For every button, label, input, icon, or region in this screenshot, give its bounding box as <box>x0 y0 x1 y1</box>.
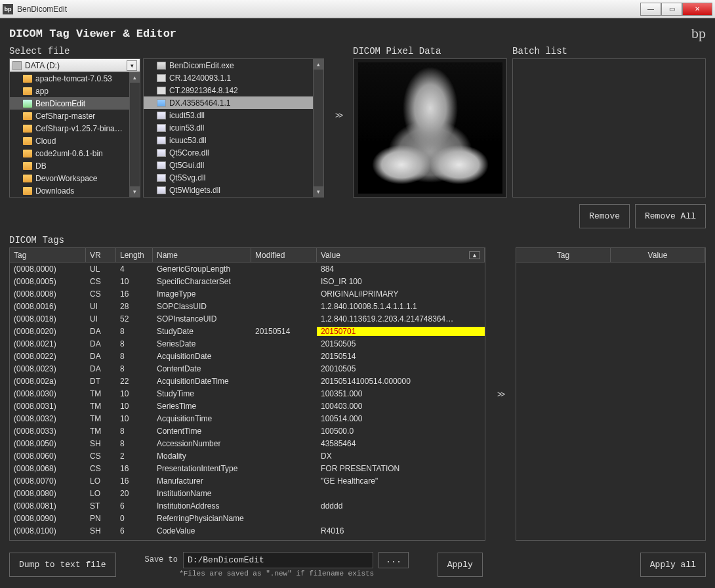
col-length[interactable]: Length <box>116 248 153 262</box>
file-item[interactable]: BenDicomEdit.exe <box>144 59 323 72</box>
cell-value[interactable]: R4016 <box>317 526 485 536</box>
table-row[interactable]: (0008,0033)TM8ContentTime100500.0 <box>10 425 485 437</box>
table-row[interactable]: (0008,0032)TM10AcquisitionTime100514.000 <box>10 412 485 425</box>
table-row[interactable]: (0008,0081)ST6InstitutionAddressddddd <box>10 499 485 512</box>
cell-value[interactable]: FOR PRESENTATION <box>317 464 485 473</box>
col-vr[interactable]: VR <box>86 248 116 262</box>
col-modified[interactable]: Modified <box>251 248 317 262</box>
table-row[interactable]: (0008,0068)CS16PresentationIntentTypeFOR… <box>10 462 485 474</box>
table-row[interactable]: (0008,0008)CS16ImageTypeORIGINAL#PRIMARY <box>10 287 485 300</box>
cell-value[interactable]: CTTS(Colon Transient Time Study) <box>317 539 485 541</box>
file-list-panel[interactable]: BenDicomEdit.exeCR.14240093.1.1CT.289213… <box>143 58 324 198</box>
cell-value[interactable]: DX <box>317 452 485 461</box>
cell-value[interactable]: 884 <box>317 264 485 274</box>
cell-value[interactable]: 20150701 <box>317 327 485 336</box>
file-item[interactable]: CR.14240093.1.1 <box>144 72 323 84</box>
file-item[interactable]: Qt5Svg.dll <box>144 171 323 184</box>
tree-item[interactable]: Downloads <box>10 184 140 197</box>
table-row[interactable]: (0008,0023)DA8ContentDate20010505 <box>10 362 485 375</box>
apply-all-button[interactable]: Apply all <box>640 553 706 577</box>
dump-button[interactable]: Dump to text file <box>9 553 116 577</box>
save-path-input[interactable] <box>183 552 373 568</box>
table-row[interactable]: (0008,0022)DA8AcquisitionDate20150514 <box>10 350 485 362</box>
cell-value[interactable]: 20150505 <box>317 339 485 348</box>
add-to-pixel-button[interactable]: >> <box>329 46 348 185</box>
table-row[interactable]: (0008,002a)DT22AcquisitionDateTime201505… <box>10 375 485 387</box>
drive-selector[interactable]: DATA (D:) ▾ <box>10 59 140 72</box>
table-row[interactable]: (0008,0000)UL4GenericGroupLength884 <box>10 262 485 275</box>
tree-item[interactable]: app <box>10 85 140 97</box>
cell-value[interactable]: 20010505 <box>317 364 485 373</box>
cell-value[interactable]: 20150514 <box>317 352 485 361</box>
file-item[interactable]: Qt5Core.dll <box>144 146 323 159</box>
table-row[interactable]: (0008,0005)CS10SpecificCharacterSetISO_I… <box>10 275 485 287</box>
file-item[interactable]: Qt5Widgets.dll <box>144 184 323 196</box>
col-value[interactable]: Value ▲ <box>317 248 485 262</box>
cell-value[interactable]: 100403.000 <box>317 402 485 411</box>
maximize-button[interactable]: ▭ <box>661 3 682 16</box>
close-button[interactable]: ✕ <box>682 3 712 16</box>
cell-value[interactable]: 100514.000 <box>317 414 485 423</box>
tree-item[interactable]: DB <box>10 159 140 172</box>
drive-dropdown-icon[interactable]: ▾ <box>127 60 137 71</box>
folder-tree[interactable]: DATA (D:) ▾ apache-tomcat-7.0.53appBenDi… <box>9 58 140 198</box>
col-tag[interactable]: Tag <box>10 248 86 262</box>
cell-vr: PN <box>86 514 116 523</box>
file-item[interactable]: Qt5Gui.dll <box>144 159 323 171</box>
file-item[interactable]: icuuc53.dll <box>144 134 323 146</box>
file-item[interactable]: icuin53.dll <box>144 121 323 134</box>
apply-button[interactable]: Apply <box>438 553 483 577</box>
cell-value[interactable]: ddddd <box>317 501 485 511</box>
batch-list[interactable] <box>512 58 706 198</box>
cell-value[interactable]: 43585464 <box>317 439 485 448</box>
table-row[interactable]: (0008,0100)SH6CodeValueR4016 <box>10 524 485 537</box>
table-row[interactable]: (0008,0020)DA8StudyDate2015051420150701 <box>10 325 485 337</box>
tree-scrollbar[interactable]: ▴▾ <box>129 72 140 197</box>
table-row[interactable]: (0008,0060)CS2ModalityDX <box>10 450 485 462</box>
cell-value[interactable]: "GE Healthcare" <box>317 476 485 486</box>
table-row[interactable]: (0008,0050)SH8AccessionNumber43585464 <box>10 437 485 450</box>
table-row[interactable]: (0008,0031)TM10SeriesTime100403.000 <box>10 400 485 412</box>
add-to-batch-button[interactable]: >> <box>491 247 510 541</box>
tree-item[interactable]: code2uml-0.6.1-bin <box>10 147 140 159</box>
table-row[interactable]: (0008,0090)PN0ReferringPhysicianName <box>10 512 485 524</box>
tree-item[interactable]: BenDicomEdit <box>10 97 140 110</box>
tree-item[interactable]: CefSharp-master <box>10 110 140 122</box>
sort-icon[interactable]: ▲ <box>469 251 480 259</box>
browse-button[interactable]: ... <box>378 552 409 568</box>
tree-item[interactable]: apache-tomcat-7.0.53 <box>10 72 140 85</box>
cell-value[interactable]: ISO_IR 100 <box>317 277 485 286</box>
table-row[interactable]: (0008,0030)TM10StudyTime100351.000 <box>10 387 485 400</box>
file-item-label: icudt53.dll <box>169 111 205 120</box>
file-scrollbar[interactable]: ▴▾ <box>313 59 323 197</box>
cell-value[interactable]: 20150514100514.000000 <box>317 377 485 386</box>
tree-item[interactable]: Cloud <box>10 135 140 147</box>
tags-grid[interactable]: Tag VR Length Name Modified Value ▲ (000… <box>9 247 485 541</box>
batch-col-tag[interactable]: Tag <box>516 248 611 262</box>
file-item[interactable]: CT.28921364.8.142 <box>144 84 323 96</box>
cell-value[interactable]: 100351.000 <box>317 389 485 398</box>
col-name[interactable]: Name <box>153 248 251 262</box>
table-row[interactable]: (0008,0080)LO20InstitutionName <box>10 487 485 499</box>
table-row[interactable]: (0008,0104)LO32CodeMeaningCTTS(Colon Tra… <box>10 537 485 540</box>
cell-value[interactable]: 1.2.840.113619.2.203.4.214748364… <box>317 314 485 324</box>
file-item[interactable]: DX.43585464.1.1 <box>144 96 323 109</box>
table-row[interactable]: (0008,0018)UI52SOPInstanceUID1.2.840.113… <box>10 312 485 325</box>
titlebar[interactable]: bp BenDicomEdit — ▭ ✕ <box>0 0 715 18</box>
minimize-button[interactable]: — <box>640 3 661 16</box>
table-row[interactable]: (0008,0070)LO16Manufacturer"GE Healthcar… <box>10 474 485 487</box>
cell-value[interactable]: 100500.0 <box>317 427 485 436</box>
batch-grid[interactable]: Tag Value <box>516 247 706 541</box>
tree-item[interactable]: CefSharp-v1.25.7-bina… <box>10 122 140 135</box>
cell-length: 8 <box>116 339 153 348</box>
file-item[interactable]: icudt53.dll <box>144 109 323 121</box>
cell-value[interactable]: ORIGINAL#PRIMARY <box>317 289 485 299</box>
remove-button[interactable]: Remove <box>579 204 630 228</box>
remove-all-button[interactable]: Remove All <box>635 204 706 228</box>
table-row[interactable]: (0008,0021)DA8SeriesDate20150505 <box>10 337 485 350</box>
tags-grid-header[interactable]: Tag VR Length Name Modified Value ▲ <box>10 248 485 262</box>
tree-item[interactable]: DevonWorkspace <box>10 172 140 184</box>
cell-value[interactable]: 1.2.840.10008.5.1.4.1.1.1.1 <box>317 302 485 311</box>
table-row[interactable]: (0008,0016)UI28SOPClassUID1.2.840.10008.… <box>10 300 485 312</box>
batch-col-value[interactable]: Value <box>611 248 705 262</box>
